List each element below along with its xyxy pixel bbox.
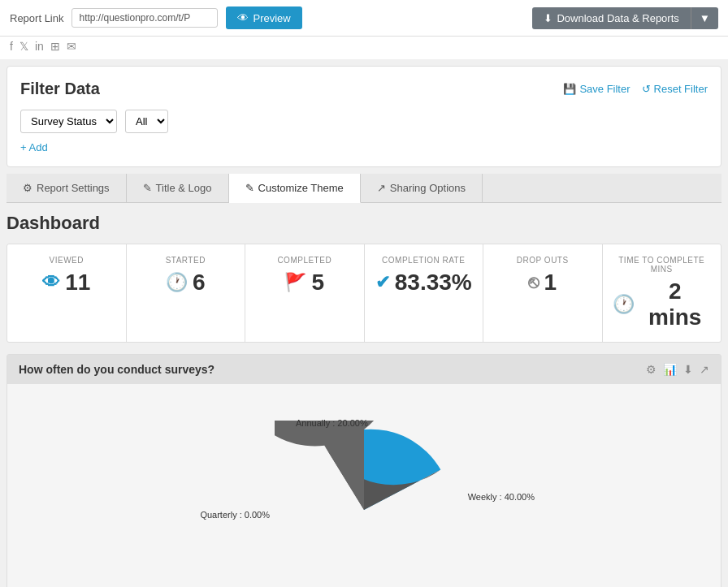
chart-type-icon[interactable]: 📊: [663, 363, 677, 376]
started-icon: 🕐: [166, 272, 188, 293]
viewed-number: 11: [65, 270, 90, 296]
time-to-complete-number: 2 mins: [639, 278, 712, 330]
email-icon[interactable]: ✉: [67, 40, 76, 53]
top-bar: Report Link 👁 Preview ⬇ Download Data & …: [0, 0, 728, 37]
chart-question-text: How often do you conduct surveys?: [19, 363, 214, 376]
twitter-icon[interactable]: 𝕏: [20, 40, 28, 53]
tab-sharing-options-label: Sharing Options: [390, 182, 466, 194]
tab-report-settings-label: Report Settings: [37, 182, 110, 194]
preview-label: Preview: [253, 12, 290, 24]
title-logo-icon: ✎: [143, 182, 152, 194]
sharing-options-icon: ↗: [377, 182, 386, 194]
report-settings-icon: ⚙: [23, 182, 32, 194]
completed-number: 5: [311, 270, 324, 296]
time-to-complete-value: 🕐 2 mins: [613, 278, 712, 330]
linkedin-icon[interactable]: in: [35, 40, 44, 53]
weekly-label: Weekly : 40.00%: [468, 492, 535, 502]
eye-icon: 👁: [237, 11, 249, 24]
facebook-icon[interactable]: f: [10, 40, 13, 53]
stat-started: STARTED 🕐 6: [127, 244, 246, 342]
chevron-down-icon: ▼: [700, 12, 710, 24]
save-filter-label: Save Filter: [579, 83, 630, 95]
chart-body: Weekly : 40.00% Monthly : 40.00% Quarter…: [7, 384, 721, 587]
social-row: f 𝕏 in ⊞ ✉: [0, 37, 728, 59]
drop-outs-number: 1: [544, 270, 557, 296]
time-to-complete-label: TIME TO COMPLETE mins: [613, 256, 712, 274]
download-chart-icon[interactable]: ⬇: [683, 363, 693, 376]
report-link-input[interactable]: [72, 8, 218, 28]
reset-filter-link[interactable]: ↺ Reset Filter: [642, 83, 708, 95]
completed-icon: 🚩: [284, 272, 306, 293]
quarterly-label: Quarterly : 0.00%: [200, 510, 270, 520]
tab-title-logo[interactable]: ✎ Title & Logo: [127, 174, 229, 202]
tabs-row: ⚙ Report Settings ✎ Title & Logo ✎ Custo…: [6, 174, 722, 203]
preview-button[interactable]: 👁 Preview: [226, 6, 301, 29]
customize-theme-icon: ✎: [245, 182, 254, 194]
completion-rate-value: ✔ 83.33%: [375, 270, 474, 296]
dashboard-section: Dashboard VIEWED 👁 11 STARTED 🕐 6 COMPLE…: [6, 213, 722, 587]
expand-chart-icon[interactable]: ↗: [700, 363, 709, 376]
reset-filter-label: Reset Filter: [654, 83, 708, 95]
viewed-label: VIEWED: [17, 256, 116, 265]
filter-section: Filter Data 💾 Save Filter ↺ Reset Filter…: [6, 66, 722, 167]
reset-filter-icon: ↺: [642, 83, 651, 95]
chart-question: How often do you conduct surveys? ⚙ 📊 ⬇ …: [6, 354, 722, 587]
grid-icon[interactable]: ⊞: [50, 40, 60, 53]
completion-rate-number: 83.33%: [395, 270, 472, 296]
started-number: 6: [193, 270, 206, 296]
add-filter-label: Add: [29, 141, 48, 153]
completion-icon: ✔: [375, 272, 390, 293]
viewed-icon: 👁: [42, 272, 60, 293]
time-icon: 🕐: [613, 294, 635, 315]
stat-viewed: VIEWED 👁 11: [7, 244, 127, 342]
report-link-label: Report Link: [10, 12, 63, 24]
survey-status-select[interactable]: Survey Status: [20, 110, 117, 133]
save-filter-link[interactable]: 💾 Save Filter: [563, 83, 630, 95]
tab-title-logo-label: Title & Logo: [156, 182, 212, 194]
completed-value: 🚩 5: [255, 270, 354, 296]
stat-time-to-complete: TIME TO COMPLETE mins 🕐 2 mins: [603, 244, 722, 342]
download-label: Download Data & Reports: [557, 12, 678, 24]
completion-rate-label: COMPLETION RATE: [375, 256, 474, 265]
all-select[interactable]: All: [125, 110, 168, 133]
share-chart-icon[interactable]: ⚙: [646, 363, 656, 376]
pie-chart-svg: [275, 421, 453, 587]
started-value: 🕐 6: [136, 270, 236, 296]
drop-outs-value: ⎋ 1: [493, 270, 592, 296]
filter-title: Filter Data: [20, 80, 100, 98]
tab-customize-theme[interactable]: ✎ Customize Theme: [229, 174, 361, 203]
tab-customize-theme-label: Customize Theme: [258, 182, 344, 194]
chart-question-header: How often do you conduct surveys? ⚙ 📊 ⬇ …: [7, 355, 721, 384]
drop-outs-label: DROP OUTS: [493, 256, 592, 265]
filter-actions: 💾 Save Filter ↺ Reset Filter: [563, 83, 708, 95]
chart-tools: ⚙ 📊 ⬇ ↗: [646, 363, 709, 376]
stats-row: VIEWED 👁 11 STARTED 🕐 6 COMPLETED 🚩 5 CO…: [6, 244, 722, 343]
stat-completed: COMPLETED 🚩 5: [245, 244, 365, 342]
drop-outs-icon: ⎋: [528, 272, 539, 293]
download-group: ⬇ Download Data & Reports ▼: [532, 7, 718, 29]
filter-row: Survey Status All: [20, 110, 708, 133]
add-filter-button[interactable]: + Add: [20, 141, 708, 153]
pie-container: Weekly : 40.00% Monthly : 40.00% Quarter…: [193, 400, 535, 587]
dashboard-title: Dashboard: [6, 213, 722, 234]
stat-drop-outs: DROP OUTS ⎋ 1: [483, 244, 603, 342]
stat-completion-rate: COMPLETION RATE ✔ 83.33%: [365, 244, 484, 342]
download-icon: ⬇: [544, 12, 552, 24]
download-dropdown-button[interactable]: ▼: [691, 7, 718, 29]
tab-report-settings[interactable]: ⚙ Report Settings: [6, 174, 127, 202]
completed-label: COMPLETED: [255, 256, 354, 265]
tab-sharing-options[interactable]: ↗ Sharing Options: [361, 174, 483, 202]
plus-icon: +: [20, 141, 27, 153]
viewed-value: 👁 11: [17, 270, 116, 296]
save-filter-icon: 💾: [563, 83, 576, 95]
download-button[interactable]: ⬇ Download Data & Reports: [532, 7, 690, 29]
filter-header: Filter Data 💾 Save Filter ↺ Reset Filter: [20, 80, 708, 98]
started-label: STARTED: [136, 256, 236, 265]
